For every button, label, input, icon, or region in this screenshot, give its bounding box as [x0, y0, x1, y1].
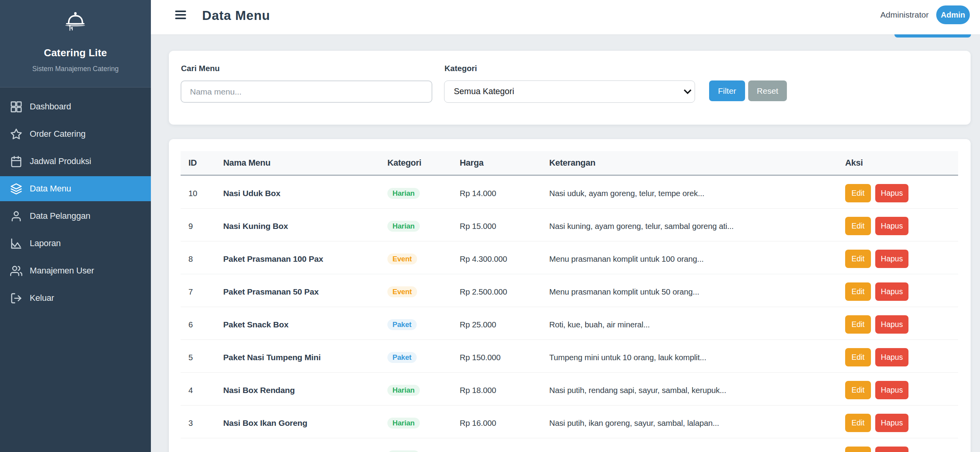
- star-icon: [10, 128, 22, 140]
- sidebar-item-dashboard[interactable]: Dashboard: [0, 94, 151, 119]
- table-card: IDNama MenuKategoriHargaKeteranganAksi 1…: [169, 139, 971, 452]
- column-header-aksi: Aksi: [837, 158, 958, 168]
- category-badge: Paket: [387, 352, 417, 363]
- cell-aksi: Edit Hapus: [837, 381, 958, 399]
- table-row: 4 Nasi Box Rendang Harian Rp 18.000 Nasi…: [181, 373, 958, 406]
- reset-button[interactable]: Reset: [748, 80, 787, 101]
- table-row: 7 Paket Prasmanan 50 Pax Event Rp 2.500.…: [181, 274, 958, 307]
- sidebar-item-data-menu[interactable]: Data Menu: [0, 176, 151, 201]
- cell-nama-menu: Paket Nasi Tumpeng Mini: [215, 353, 380, 362]
- sidebar-header: Catering Lite Sistem Manajemen Catering: [0, 0, 151, 88]
- sidebar-item-label: Laporan: [30, 238, 61, 248]
- cell-keterangan: Nasi putih, ikan goreng, sayur, sambal, …: [541, 418, 837, 428]
- cell-kategori: Paket: [380, 352, 452, 363]
- chart-icon: [10, 238, 22, 250]
- edit-button[interactable]: Edit: [845, 250, 871, 268]
- cell-aksi: Edit Hapus: [837, 447, 958, 452]
- cell-id: 7: [181, 287, 215, 297]
- calendar-icon: [10, 155, 22, 168]
- cell-id: 10: [181, 189, 215, 198]
- cell-nama-menu: Nasi Uduk Box: [215, 189, 380, 198]
- sidebar-item-laporan[interactable]: Laporan: [0, 231, 151, 256]
- cell-aksi: Edit Hapus: [837, 414, 958, 432]
- edit-button[interactable]: Edit: [845, 217, 871, 235]
- cell-harga: Rp 15.000: [452, 222, 541, 231]
- edit-button[interactable]: Edit: [845, 184, 871, 202]
- sidebar-item-keluar[interactable]: Keluar: [0, 286, 151, 311]
- edit-button[interactable]: Edit: [845, 348, 871, 366]
- cell-kategori: Event: [380, 286, 452, 297]
- sidebar-item-data-pelanggan[interactable]: Data Pelanggan: [0, 204, 151, 229]
- cell-keterangan: Roti, kue, buah, air mineral...: [541, 320, 837, 329]
- cell-keterangan: Menu prasmanan komplit untuk 100 orang..…: [541, 254, 837, 264]
- cell-kategori: Harian: [380, 221, 452, 232]
- cell-harga: Rp 16.000: [452, 418, 541, 428]
- menu-table: IDNama MenuKategoriHargaKeteranganAksi 1…: [181, 151, 958, 452]
- layers-icon: [10, 183, 22, 195]
- column-header-kategori: Kategori: [380, 158, 452, 168]
- sidebar-item-label: Order Catering: [30, 129, 86, 139]
- category-badge: Event: [387, 286, 417, 297]
- category-badge: Event: [387, 254, 417, 264]
- edit-button[interactable]: Edit: [845, 315, 871, 334]
- filter-button[interactable]: Filter: [709, 80, 745, 101]
- cell-kategori: Event: [380, 254, 452, 264]
- cloche-logo-icon: [64, 11, 86, 32]
- sidebar-item-label: Manajemen User: [30, 266, 94, 276]
- delete-button[interactable]: Hapus: [875, 282, 908, 301]
- cell-keterangan: Menu prasmanan komplit untuk 50 orang...: [541, 287, 837, 297]
- topbar-user-area: Administrator Admin: [880, 0, 970, 30]
- delete-button[interactable]: Hapus: [875, 348, 908, 366]
- logout-icon: [10, 292, 22, 304]
- delete-button[interactable]: Hapus: [875, 447, 908, 452]
- category-label: Kategori: [444, 64, 477, 73]
- table-row: 3 Nasi Box Ikan Goreng Harian Rp 16.000 …: [181, 406, 958, 438]
- category-select[interactable]: Semua Kategori: [444, 80, 695, 103]
- cell-nama-menu: Paket Prasmanan 100 Pax: [215, 254, 380, 264]
- table-row: 9 Nasi Kuning Box Harian Rp 15.000 Nasi …: [181, 209, 958, 241]
- cell-nama-menu: Nasi Kuning Box: [215, 222, 380, 231]
- delete-button[interactable]: Hapus: [875, 217, 908, 235]
- category-badge: Paket: [387, 319, 417, 330]
- search-input[interactable]: [181, 80, 432, 103]
- table-row: 6 Paket Snack Box Paket Rp 25.000 Roti, …: [181, 307, 958, 340]
- cell-aksi: Edit Hapus: [837, 184, 958, 202]
- search-label: Cari Menu: [181, 64, 220, 73]
- delete-button[interactable]: Hapus: [875, 315, 908, 334]
- admin-role-badge[interactable]: Admin: [936, 5, 970, 24]
- edit-button[interactable]: Edit: [845, 447, 871, 452]
- sidebar-item-manajemen-user[interactable]: Manajemen User: [0, 258, 151, 283]
- cell-harga: Rp 150.000: [452, 353, 541, 362]
- sidebar-item-label: Dashboard: [30, 102, 71, 112]
- delete-button[interactable]: Hapus: [875, 414, 908, 432]
- cell-aksi: Edit Hapus: [837, 282, 958, 301]
- cell-kategori: Harian: [380, 188, 452, 199]
- cell-nama-menu: Nasi Box Ikan Goreng: [215, 418, 380, 428]
- add-menu-button-clipped[interactable]: [894, 34, 971, 38]
- cell-id: 4: [181, 386, 215, 395]
- cell-aksi: Edit Hapus: [837, 250, 958, 268]
- table-body: 10 Nasi Uduk Box Harian Rp 14.000 Nasi u…: [181, 176, 958, 452]
- cell-kategori: Harian: [380, 450, 452, 452]
- sidebar-item-order-catering[interactable]: Order Catering: [0, 121, 151, 146]
- sidebar-item-label: Keluar: [30, 293, 54, 303]
- sidebar-item-label: Jadwal Produksi: [30, 156, 91, 166]
- cell-aksi: Edit Hapus: [837, 315, 958, 334]
- chevron-down-icon: [682, 86, 693, 97]
- category-select-value: Semua Kategori: [454, 87, 514, 96]
- category-badge: Harian: [387, 385, 420, 396]
- cell-kategori: Paket: [380, 319, 452, 330]
- edit-button[interactable]: Edit: [845, 282, 871, 301]
- sidebar-item-jadwal-produksi[interactable]: Jadwal Produksi: [0, 149, 151, 174]
- delete-button[interactable]: Hapus: [875, 184, 908, 202]
- column-header-nama-menu: Nama Menu: [215, 158, 380, 168]
- category-badge: Harian: [387, 221, 420, 232]
- edit-button[interactable]: Edit: [845, 381, 871, 399]
- edit-button[interactable]: Edit: [845, 414, 871, 432]
- delete-button[interactable]: Hapus: [875, 381, 908, 399]
- app-title: Catering Lite: [0, 47, 151, 59]
- page-title: Data Menu: [202, 0, 270, 34]
- table-row: 10 Nasi Uduk Box Harian Rp 14.000 Nasi u…: [181, 176, 958, 209]
- hamburger-menu-icon[interactable]: [175, 11, 186, 19]
- delete-button[interactable]: Hapus: [875, 250, 908, 268]
